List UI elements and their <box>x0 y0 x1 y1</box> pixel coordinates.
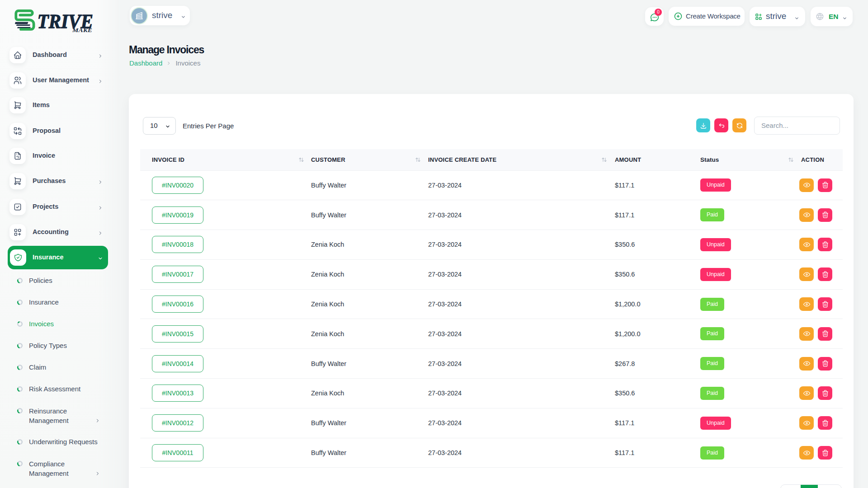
svg-text:MAKE: MAKE <box>72 28 93 33</box>
